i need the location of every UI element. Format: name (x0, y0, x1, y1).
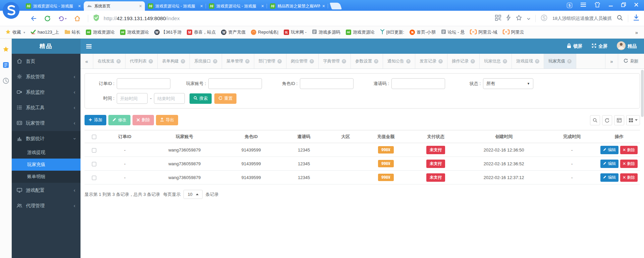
tab-count-badge[interactable]: 5 (567, 3, 572, 8)
reset-button[interactable]: 重置 (214, 93, 236, 104)
search-button[interactable]: 搜索 (190, 93, 212, 104)
export-button[interactable]: 导出 (156, 115, 178, 125)
tab-close-icon[interactable]: × (310, 59, 314, 63)
bookmark[interactable]: M 恭喜，站点 (184, 28, 218, 36)
app-tab[interactable]: 岗位管理× (286, 54, 319, 69)
search-hotword[interactable]: 18人涉组织运送偷渡人员被抓 (552, 15, 612, 22)
app-tab[interactable]: 通知公告× (383, 54, 415, 69)
sogou-logo-icon[interactable] (2, 1, 20, 19)
bookmarks-overflow-icon[interactable]: » (632, 30, 641, 35)
refresh-icon[interactable] (44, 15, 51, 22)
tab-close-icon[interactable]: × (277, 59, 282, 63)
app-tab[interactable]: 玩家信息× (480, 54, 512, 69)
row-edit-button[interactable]: 编辑 (600, 160, 619, 168)
tab-close-icon[interactable]: × (322, 4, 325, 8)
row-delete-button[interactable]: 删除 (620, 146, 638, 154)
bookmark[interactable]: 游戏多源码 (309, 28, 343, 36)
lock-screen-button[interactable]: 锁屏 (567, 43, 582, 49)
tab-close-icon[interactable]: × (567, 59, 572, 63)
sidebar-item-system-tools[interactable]: 系统工具 ‹ (12, 100, 80, 116)
tab-close-icon[interactable]: × (149, 59, 153, 63)
player-account-input[interactable] (208, 78, 262, 89)
minimize-icon[interactable] (608, 2, 613, 8)
bookmark[interactable]: 玩 玩米网 - (281, 28, 309, 36)
sidebar-item-data-statistics[interactable]: 数据统计 ‹ (12, 131, 80, 146)
sidebar-toggle-button[interactable] (80, 39, 97, 54)
row-edit-button[interactable]: 编辑 (600, 146, 619, 154)
tab-close-icon[interactable]: × (139, 4, 142, 8)
new-tab-button[interactable] (330, 3, 342, 9)
restore-icon[interactable] (621, 2, 626, 8)
favorite-star-icon[interactable] (516, 15, 522, 22)
row-checkbox[interactable] (92, 176, 96, 180)
table-search-toggle-button[interactable] (590, 115, 600, 125)
reading-panel-icon[interactable] (3, 62, 9, 70)
browser-menu-icon[interactable] (580, 2, 586, 8)
row-edit-button[interactable]: 编辑 (600, 173, 619, 182)
sidebar-subitem-bill-detail[interactable]: 账单明细 (12, 171, 80, 183)
history-clock-icon[interactable] (3, 78, 9, 85)
app-tab[interactable]: 部门管理× (254, 54, 286, 69)
sidebar-item-player-management[interactable]: 玩家管理 ‹ (12, 116, 80, 131)
sidebar-item-game-config[interactable]: 游戏配置 ‹ (12, 183, 80, 198)
sidebar-subitem-player-recharge[interactable]: 玩家充值 (12, 159, 80, 171)
app-tab[interactable]: 在线发送× (93, 54, 125, 69)
app-tab[interactable]: 操作记录× (447, 54, 480, 69)
bookmark[interactable]: 阿里云-域 (467, 28, 500, 36)
delete-button[interactable]: 删除 (132, 115, 154, 125)
edit-button[interactable]: 修改 (108, 115, 130, 125)
bookmark[interactable]: [8日更新: (377, 28, 407, 36)
browser-tab[interactable]: Hi 游戏资源论坛 - 游戏服 × (23, 1, 84, 11)
tab-close-icon[interactable]: × (503, 59, 507, 63)
tab-close-icon[interactable]: × (116, 59, 121, 63)
skin-shirt-icon[interactable] (594, 2, 600, 9)
tab-close-icon[interactable]: × (406, 59, 411, 63)
app-tab-active[interactable]: 玩家充值× (544, 54, 576, 69)
tab-close-icon[interactable]: × (245, 59, 250, 63)
order-id-input[interactable] (117, 78, 170, 89)
chevron-down-icon[interactable] (527, 15, 530, 22)
app-tab[interactable]: 发言记录× (415, 54, 447, 69)
browser-tab[interactable]: Hi 游戏资源论坛 - 游戏服 × (145, 1, 206, 11)
app-tab[interactable]: 代理列表× (125, 54, 158, 69)
add-button[interactable]: 添加 (85, 115, 106, 125)
close-icon[interactable] (634, 2, 639, 8)
search-icon[interactable] (617, 15, 623, 22)
favorites-star-icon[interactable] (3, 46, 9, 54)
bookmark[interactable]: ◠ Repo域名| (248, 28, 281, 36)
app-tab[interactable]: 游戏提现× (512, 54, 544, 69)
qr-code-icon[interactable] (495, 15, 501, 22)
table-refresh-button[interactable] (602, 115, 612, 125)
browser-tab[interactable]: Hi 精品西游之紫禁之巅WIN × (267, 1, 328, 11)
browser-tab[interactable]: Hi 游戏资源论坛 - 游戏服 × (206, 1, 267, 11)
app-tab[interactable]: 系统接口× (190, 54, 222, 69)
tabs-scroll-right-button[interactable]: » (605, 54, 618, 69)
bookmark[interactable]: 淘 首页-小朋 (407, 28, 438, 36)
app-tab[interactable]: 参数设置× (351, 54, 383, 69)
bookmark-favorites[interactable]: 收藏 ▾ (3, 28, 28, 37)
bookmark[interactable]: Hi 游戏资源论 (343, 28, 377, 36)
invite-code-input[interactable] (391, 78, 445, 89)
tab-close-icon[interactable]: × (213, 59, 217, 63)
tab-close-icon[interactable]: × (261, 4, 264, 8)
sidebar-item-system-monitor[interactable]: 系统监控 ‹ (12, 85, 80, 100)
tab-close-icon[interactable]: × (200, 4, 203, 8)
sidebar-subitem-game-withdraw[interactable]: 游戏提现 (12, 146, 80, 159)
security-shield-icon[interactable] (93, 14, 100, 23)
sidebar-item-agent-management[interactable]: 代理管理 ‹ (12, 198, 80, 214)
sidebar-item-home[interactable]: 首页 (12, 54, 80, 69)
bookmark[interactable]: Hi 游戏资源论 (117, 28, 152, 36)
role-id-input[interactable] (300, 78, 354, 89)
tab-close-icon[interactable]: × (342, 59, 346, 63)
time-end-input[interactable] (154, 93, 185, 104)
bookmark[interactable]: 论坛 - 悬 (438, 28, 468, 36)
lightning-icon[interactable] (506, 14, 511, 22)
bookmark[interactable]: hao hao123_上 (28, 28, 62, 37)
tab-close-icon[interactable]: × (438, 59, 443, 63)
url-field[interactable]: http://42.193.131.149:8080/index (104, 15, 180, 22)
app-tab[interactable]: 字典管理× (319, 54, 351, 69)
card-view-button[interactable] (614, 115, 624, 125)
refresh-tab-button[interactable]: 刷新 (618, 54, 644, 69)
page-size-select[interactable]: 10 (183, 190, 202, 199)
user-menu[interactable]: 精品 (617, 41, 637, 51)
